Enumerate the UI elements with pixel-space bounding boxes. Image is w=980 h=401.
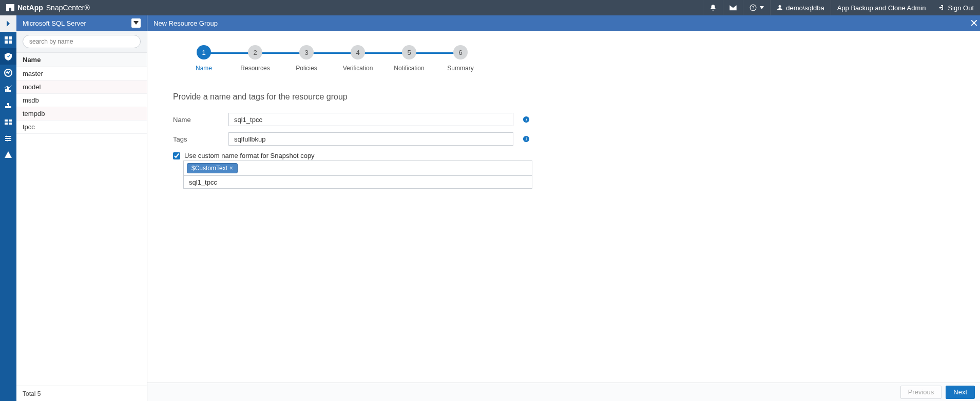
step-number: 6 <box>453 45 468 59</box>
wizard-actions: Previous Next <box>147 383 980 401</box>
step-label: Policies <box>296 65 317 72</box>
role-label-wrap[interactable]: App Backup and Clone Admin <box>831 0 932 15</box>
name-info-icon[interactable]: i <box>523 116 530 123</box>
help-button[interactable]: ? <box>743 0 770 15</box>
list-selector-label: Microsoft SQL Server <box>23 19 86 27</box>
user-menu[interactable]: demo\sqldba <box>770 0 830 15</box>
step-verification[interactable]: 4 Verification <box>332 45 383 72</box>
list-selector-header: Microsoft SQL Server <box>16 15 147 31</box>
nav-settings[interactable] <box>0 130 16 147</box>
format-token-text: $CustomText <box>191 165 227 172</box>
custom-format-checkbox[interactable] <box>173 152 180 159</box>
list-item-label: master <box>23 70 43 77</box>
list-column-name: Name <box>23 56 41 64</box>
next-button[interactable]: Next <box>946 386 975 399</box>
resource-list-panel: Microsoft SQL Server Name master model m… <box>16 15 147 401</box>
nav-alerts[interactable] <box>0 147 16 163</box>
list-item[interactable]: master <box>16 67 147 81</box>
custom-format-label: Use custom name format for Snapshot copy <box>184 152 315 159</box>
list-search-input[interactable] <box>23 35 141 48</box>
step-label: Summary <box>447 65 473 72</box>
svg-point-3 <box>6 136 8 137</box>
tags-label: Tags <box>173 135 228 143</box>
step-summary[interactable]: 6 Summary <box>435 45 486 72</box>
brand-product: SnapCenter® <box>46 4 90 12</box>
nav-hosts[interactable] <box>0 97 16 114</box>
form-title: Provide a name and tags for the resource… <box>173 92 954 102</box>
signout-icon <box>938 5 945 11</box>
list-item[interactable]: model <box>16 81 147 94</box>
svg-point-4 <box>9 138 11 139</box>
token-remove-icon[interactable]: × <box>229 165 233 172</box>
user-icon <box>777 5 783 11</box>
list-search-wrap <box>16 31 147 53</box>
tags-info-icon[interactable]: i <box>523 135 530 143</box>
nav-monitor[interactable] <box>0 65 16 81</box>
netapp-logo-icon <box>6 4 14 11</box>
list-item-label: msdb <box>23 96 39 104</box>
nav-reports[interactable] <box>0 81 16 97</box>
nav-storage[interactable] <box>0 114 16 130</box>
svg-text:?: ? <box>752 6 755 10</box>
messages-button[interactable] <box>723 0 743 15</box>
step-number: 1 <box>197 45 211 59</box>
nav-resources[interactable] <box>0 48 16 65</box>
wizard-title: New Resource Group <box>153 19 218 27</box>
step-number: 5 <box>402 45 416 59</box>
previous-button[interactable]: Previous <box>900 386 942 399</box>
step-number: 2 <box>248 45 262 59</box>
wizard-form: Provide a name and tags for the resource… <box>173 92 954 189</box>
step-number: 3 <box>299 45 314 59</box>
tags-input[interactable] <box>228 132 513 146</box>
step-label: Resources <box>240 65 270 72</box>
list-column-header[interactable]: Name <box>16 53 147 67</box>
name-input[interactable] <box>228 113 513 126</box>
nav-rail <box>0 15 16 401</box>
format-token[interactable]: $CustomText × <box>187 163 238 173</box>
wizard-close-button[interactable]: ✕ <box>968 15 980 31</box>
list-total: Total 5 <box>23 390 41 397</box>
signout-button[interactable]: Sign Out <box>932 0 980 15</box>
list-selector-dropdown[interactable] <box>131 18 141 28</box>
wizard-stepper: 1 Name 2 Resources 3 Policies 4 <box>178 45 954 72</box>
list-item[interactable]: tpcc <box>16 121 147 134</box>
step-policies[interactable]: 3 Policies <box>281 45 332 72</box>
wizard-panel: New Resource Group ✕ 1 Name 2 Resources … <box>147 15 980 401</box>
tags-field-row: Tags i <box>173 132 954 146</box>
step-number: 4 <box>351 45 365 59</box>
step-notification[interactable]: 5 Notification <box>383 45 435 72</box>
topbar-right: ? demo\sqldba App Backup and Clone Admin… <box>703 0 980 15</box>
step-resources[interactable]: 2 Resources <box>229 45 281 72</box>
custom-format-row[interactable]: Use custom name format for Snapshot copy <box>173 152 954 159</box>
nav-dashboard[interactable] <box>0 32 16 48</box>
notifications-button[interactable] <box>703 0 723 15</box>
list-item[interactable]: tempdb <box>16 107 147 121</box>
svg-point-5 <box>7 140 8 142</box>
step-name[interactable]: 1 Name <box>178 45 229 72</box>
name-field-row: Name i <box>173 113 954 126</box>
wizard-header: New Resource Group ✕ <box>147 15 980 31</box>
list-item-label: model <box>23 83 41 91</box>
step-label: Notification <box>394 65 424 72</box>
list-footer: Total 5 <box>16 386 147 401</box>
step-label: Verification <box>343 65 373 72</box>
list-item-label: tempdb <box>23 110 45 117</box>
user-label: demo\sqldba <box>786 4 824 12</box>
custom-format-tokenbox[interactable]: $CustomText × <box>183 161 532 176</box>
step-label: Name <box>196 65 212 72</box>
role-label: App Backup and Clone Admin <box>837 4 926 12</box>
top-bar: NetApp SnapCenter® ? demo\sqldba App Bac… <box>0 0 980 15</box>
nav-expand-button[interactable] <box>0 15 16 32</box>
name-label: Name <box>173 116 228 124</box>
custom-name-input[interactable] <box>183 175 532 189</box>
signout-label: Sign Out <box>948 4 974 12</box>
brand-block: NetApp SnapCenter® <box>0 4 96 12</box>
list-rows: master model msdb tempdb tpcc <box>16 67 147 386</box>
list-item[interactable]: msdb <box>16 94 147 107</box>
list-item-label: tpcc <box>23 123 35 131</box>
brand-company: NetApp <box>17 4 43 12</box>
